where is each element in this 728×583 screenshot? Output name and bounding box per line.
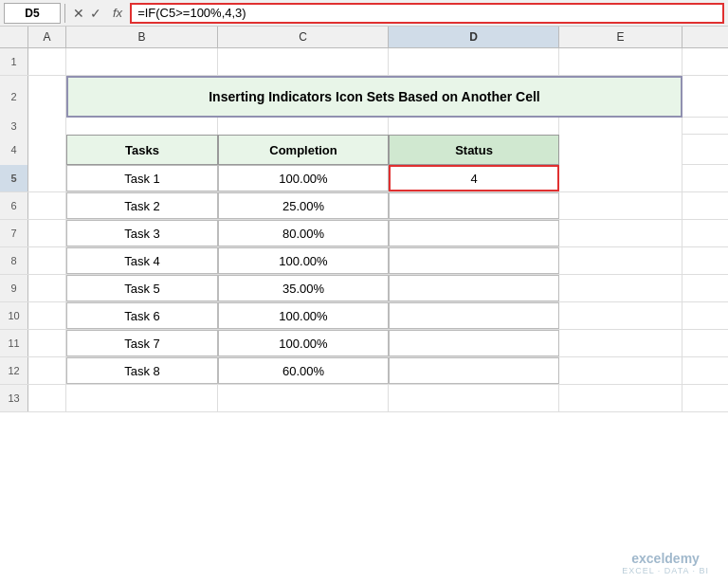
task-4-label: Task 4 — [124, 254, 160, 268]
formula-bar-icons: ✕ ✓ — [69, 6, 105, 21]
cell-c9[interactable]: 35.00% — [218, 275, 389, 301]
cell-e13[interactable] — [559, 385, 682, 411]
cell-c4-completion-header[interactable]: Completion — [218, 135, 389, 165]
col-header-a[interactable]: A — [28, 27, 66, 47]
cell-e1[interactable] — [559, 48, 682, 75]
cell-e12[interactable] — [559, 357, 682, 384]
row-5: 5 Task 1 100.00% 4 — [0, 165, 728, 192]
col-header-d[interactable]: D — [389, 27, 559, 47]
cell-a3[interactable] — [28, 118, 66, 135]
cell-b13[interactable] — [66, 385, 218, 411]
cell-e4[interactable] — [559, 135, 682, 165]
cell-b8[interactable]: Task 4 — [66, 247, 218, 274]
cell-a2[interactable] — [28, 76, 66, 118]
cell-b4-tasks-header[interactable]: Tasks — [66, 135, 218, 165]
cell-d3[interactable] — [389, 118, 559, 135]
cell-d5[interactable]: 4 — [389, 165, 559, 191]
col-header-b[interactable]: B — [66, 27, 218, 47]
cell-e11[interactable] — [559, 330, 682, 356]
cell-b10[interactable]: Task 6 — [66, 302, 218, 329]
col-header-e[interactable]: E — [559, 27, 682, 47]
cell-c12[interactable]: 60.00% — [218, 357, 389, 384]
cell-a1[interactable] — [28, 48, 66, 75]
cell-c10[interactable]: 100.00% — [218, 302, 389, 329]
cell-e9[interactable] — [559, 275, 682, 301]
cell-a8[interactable] — [28, 247, 66, 274]
status-header-label: Status — [455, 143, 493, 157]
task-8-label: Task 8 — [124, 364, 160, 378]
cell-a7[interactable] — [28, 220, 66, 246]
row-13: 13 — [0, 385, 728, 412]
task-3-label: Task 3 — [124, 227, 160, 241]
cell-d8[interactable] — [389, 247, 559, 274]
cell-b3[interactable] — [66, 118, 218, 135]
task-5-label: Task 5 — [124, 282, 160, 296]
cell-c1[interactable] — [218, 48, 389, 75]
cell-e5[interactable] — [559, 165, 682, 191]
cell-e7[interactable] — [559, 220, 682, 246]
cell-a13[interactable] — [28, 385, 66, 411]
formula-input[interactable] — [130, 3, 724, 24]
task-2-label: Task 2 — [124, 199, 160, 213]
completion-header-label: Completion — [269, 143, 337, 157]
completion-4-value: 100.00% — [279, 254, 327, 268]
cell-a10[interactable] — [28, 302, 66, 329]
confirm-formula-icon[interactable]: ✓ — [90, 6, 101, 21]
row-num-6: 6 — [0, 192, 28, 219]
cell-reference-box[interactable]: D5 — [4, 3, 61, 24]
row-2: 2 Inserting Indicators Icon Sets Based o… — [0, 76, 728, 118]
spreadsheet: A B C D E 1 2 Inserting Indicators Icon … — [0, 27, 728, 583]
cell-e8[interactable] — [559, 247, 682, 274]
formula-bar: D5 ✕ ✓ fx — [0, 0, 728, 27]
completion-6-value: 100.00% — [279, 309, 327, 323]
cell-b5[interactable]: Task 1 — [66, 165, 218, 191]
cell-b7[interactable]: Task 3 — [66, 220, 218, 246]
row-num-4: 4 — [0, 135, 28, 165]
cell-a4[interactable] — [28, 135, 66, 165]
cell-e10[interactable] — [559, 302, 682, 329]
corner-header — [0, 27, 28, 47]
completion-7-value: 100.00% — [279, 337, 327, 351]
row-num-5: 5 — [0, 165, 28, 191]
cell-a11[interactable] — [28, 330, 66, 356]
cell-d11[interactable] — [389, 330, 559, 356]
cell-a6[interactable] — [28, 192, 66, 219]
row-6: 6 Task 2 25.00% — [0, 192, 728, 220]
row-num-8: 8 — [0, 247, 28, 274]
cell-e3[interactable] — [559, 118, 682, 135]
cell-c13[interactable] — [218, 385, 389, 411]
tasks-header-label: Tasks — [125, 143, 159, 157]
col-header-c[interactable]: C — [218, 27, 389, 47]
cell-c8[interactable]: 100.00% — [218, 247, 389, 274]
row-12: 12 Task 8 60.00% — [0, 357, 728, 385]
cell-b1[interactable] — [66, 48, 218, 75]
cell-d10[interactable] — [389, 302, 559, 329]
cell-d4-status-header[interactable]: Status — [389, 135, 559, 165]
cell-d7[interactable] — [389, 220, 559, 246]
cell-d9[interactable] — [389, 275, 559, 301]
formula-bar-divider — [64, 4, 65, 23]
cell-d1[interactable] — [389, 48, 559, 75]
cell-b9[interactable]: Task 5 — [66, 275, 218, 301]
cancel-formula-icon[interactable]: ✕ — [73, 6, 84, 21]
cell-d12[interactable] — [389, 357, 559, 384]
cell-d13[interactable] — [389, 385, 559, 411]
cell-c3[interactable] — [218, 118, 389, 135]
row-1: 1 — [0, 48, 728, 76]
cell-b11[interactable]: Task 7 — [66, 330, 218, 356]
cell-d6[interactable] — [389, 192, 559, 219]
fx-label: fx — [109, 6, 126, 20]
cell-c5[interactable]: 100.00% — [218, 165, 389, 191]
cell-c6[interactable]: 25.00% — [218, 192, 389, 219]
column-headers-row: A B C D E — [0, 27, 728, 48]
cell-b6[interactable]: Task 2 — [66, 192, 218, 219]
completion-3-value: 80.00% — [282, 227, 324, 241]
cell-c7[interactable]: 80.00% — [218, 220, 389, 246]
cell-b12[interactable]: Task 8 — [66, 357, 218, 384]
cell-a12[interactable] — [28, 357, 66, 384]
cell-a9[interactable] — [28, 275, 66, 301]
cell-a5[interactable] — [28, 165, 66, 191]
cell-c11[interactable]: 100.00% — [218, 330, 389, 356]
status-1-value: 4 — [470, 172, 477, 186]
cell-e6[interactable] — [559, 192, 682, 219]
